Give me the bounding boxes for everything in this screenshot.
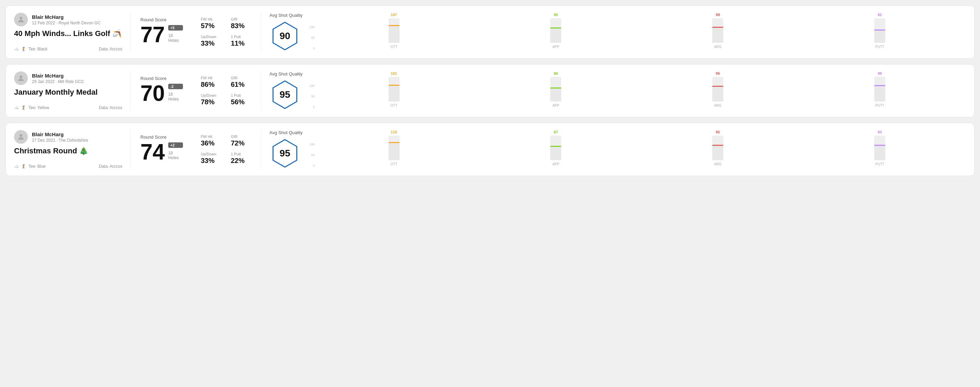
round-card-2: Blair McHarg 29 Jan 2022 · Mill Ride GCC…	[5, 64, 975, 117]
card-footer-1: ☁️ 🏌️ Tee: Black Data: Arccos	[14, 47, 122, 51]
score-label-2: Round Score	[140, 76, 183, 81]
score-number-2: 70	[140, 82, 165, 104]
round-title-2: January Monthly Medal	[14, 88, 122, 97]
user-date-course-3: 27 Dec 2021 · The Oxfordshire	[32, 138, 88, 143]
score-holes-1: 18 Holes	[168, 33, 183, 43]
stat-updown-2: Up/Down 78%	[201, 93, 223, 106]
stat-updown-3: Up/Down 33%	[201, 152, 223, 165]
hexagon-1: 90	[269, 21, 300, 51]
card-quality-1: Avg Shot Quality 90 100 50 0 107	[261, 13, 966, 51]
bar-chart-2: 100 50 0 101 OTT 86 APP	[310, 73, 958, 109]
hexagon-score-1: 90	[279, 30, 290, 41]
tee-label-3: Tee: Blue	[29, 164, 46, 169]
bar-group-putt: 93 PUTT	[802, 130, 958, 166]
weather-icon-2: ☁️	[14, 105, 19, 110]
card-score-2: Round Score 70 -2 18 Holes	[131, 71, 192, 110]
stat-fw-hit-3: FW Hit 36%	[201, 135, 223, 147]
round-card-1: Blair McHarg 12 Feb 2022 · Royal North D…	[5, 5, 975, 59]
tee-info-3: ☁️ 🏌️ Tee: Blue	[14, 164, 46, 169]
bar-group-app: 86 APP	[478, 71, 634, 107]
bag-icon-3: 🏌️	[21, 164, 26, 169]
card-left-3: Blair McHarg 27 Dec 2021 · The Oxfordshi…	[14, 130, 131, 169]
card-quality-3: Avg Shot Quality 95 100 50 0 110	[261, 130, 966, 169]
quality-label-2: Avg Shot Quality	[269, 71, 303, 76]
avatar-3	[14, 130, 28, 144]
score-diff-2: -2	[168, 84, 183, 89]
stat-oneputt-3: 1 Putt 22%	[231, 152, 253, 165]
bar-chart-1: 100 50 0 107 OTT 95 APP	[310, 14, 958, 50]
card-footer-2: ☁️ 🏌️ Tee: Yellow Data: Arccos	[14, 105, 122, 110]
stat-oneputt-1: 1 Putt 11%	[231, 35, 253, 48]
round-title-1: 40 Mph Winds... Links Golf 🪃	[14, 29, 122, 38]
score-number-1: 77	[140, 24, 165, 46]
svg-point-0	[19, 17, 22, 19]
user-name-3: Blair McHarg	[32, 132, 88, 137]
avatar-1	[14, 13, 28, 26]
bar-group-putt: 99 PUTT	[802, 71, 958, 107]
bar-group-arg: 98 ARG	[640, 13, 795, 49]
stat-fw-hit-2: FW Hit 86%	[201, 76, 223, 89]
stat-gir-1: GIR 83%	[231, 17, 253, 30]
stat-oneputt-2: 1 Putt 56%	[231, 93, 253, 106]
card-stats-3: FW Hit 36% GIR 72% Up/Down 33% 1 Putt 22…	[192, 130, 261, 169]
round-card-3: Blair McHarg 27 Dec 2021 · The Oxfordshi…	[5, 123, 975, 176]
bar-group-arg: 95 ARG	[640, 130, 795, 166]
user-date-course-2: 29 Jan 2022 · Mill Ride GCC	[32, 79, 84, 84]
stat-gir-3: GIR 72%	[231, 135, 253, 147]
weather-icon-3: ☁️	[14, 164, 19, 169]
card-left-2: Blair McHarg 29 Jan 2022 · Mill Ride GCC…	[14, 71, 131, 110]
user-name-1: Blair McHarg	[32, 14, 100, 20]
user-info-1: Blair McHarg 12 Feb 2022 · Royal North D…	[14, 13, 122, 26]
data-source-3: Data: Arccos	[99, 164, 122, 169]
tee-info-1: ☁️ 🏌️ Tee: Black	[14, 47, 48, 51]
tee-label-2: Tee: Yellow	[29, 105, 49, 110]
card-stats-2: FW Hit 86% GIR 61% Up/Down 78% 1 Putt 56…	[192, 71, 261, 110]
score-label-3: Round Score	[140, 135, 183, 140]
stats-grid-1: FW Hit 57% GIR 83% Up/Down 33% 1 Putt 11…	[201, 17, 253, 48]
round-title-3: Christmas Round 🎄	[14, 146, 122, 155]
card-quality-2: Avg Shot Quality 95 100 50 0 101	[261, 71, 966, 110]
bar-group-ott: 101 OTT	[316, 71, 472, 107]
card-left-1: Blair McHarg 12 Feb 2022 · Royal North D…	[14, 13, 131, 51]
user-name-2: Blair McHarg	[32, 73, 84, 79]
score-holes-2: 18 Holes	[168, 92, 183, 102]
card-stats-1: FW Hit 57% GIR 83% Up/Down 33% 1 Putt 11…	[192, 13, 261, 51]
hexagon-2: 95	[269, 79, 300, 110]
bar-group-app: 95 APP	[478, 13, 634, 49]
card-score-1: Round Score 77 +5 18 Holes	[131, 13, 192, 51]
bar-group-ott: 107 OTT	[316, 13, 472, 49]
data-source-1: Data: Arccos	[99, 47, 122, 51]
user-date-course-1: 12 Feb 2022 · Royal North Devon GC	[32, 21, 100, 25]
stats-grid-2: FW Hit 86% GIR 61% Up/Down 78% 1 Putt 56…	[201, 76, 253, 106]
card-footer-3: ☁️ 🏌️ Tee: Blue Data: Arccos	[14, 164, 122, 169]
score-diff-3: +2	[168, 143, 183, 148]
user-info-2: Blair McHarg 29 Jan 2022 · Mill Ride GCC	[14, 71, 122, 85]
bar-chart-3: 100 50 0 110 OTT 87 APP	[310, 132, 958, 167]
svg-point-1	[19, 76, 22, 78]
hexagon-score-3: 95	[279, 148, 290, 159]
tee-info-2: ☁️ 🏌️ Tee: Yellow	[14, 105, 49, 110]
stat-gir-2: GIR 61%	[231, 76, 253, 89]
score-holes-3: 18 Holes	[168, 151, 183, 160]
score-diff-1: +5	[168, 25, 183, 30]
data-source-2: Data: Arccos	[99, 105, 122, 110]
stat-updown-1: Up/Down 33%	[201, 35, 223, 48]
quality-label-3: Avg Shot Quality	[269, 130, 303, 135]
card-score-3: Round Score 74 +2 18 Holes	[131, 130, 192, 169]
hexagon-score-2: 95	[279, 89, 290, 100]
bag-icon-1: 🏌️	[21, 47, 26, 51]
bag-icon-2: 🏌️	[21, 105, 26, 110]
avatar-2	[14, 71, 28, 85]
hexagon-3: 95	[269, 138, 300, 169]
bar-group-app: 87 APP	[478, 130, 634, 166]
bar-group-arg: 96 ARG	[640, 71, 795, 107]
score-number-3: 74	[140, 141, 165, 163]
weather-icon-1: ☁️	[14, 47, 19, 51]
stats-grid-3: FW Hit 36% GIR 72% Up/Down 33% 1 Putt 22…	[201, 135, 253, 165]
tee-label-1: Tee: Black	[29, 47, 48, 51]
stat-fw-hit-1: FW Hit 57%	[201, 17, 223, 30]
score-label-1: Round Score	[140, 17, 183, 22]
user-info-3: Blair McHarg 27 Dec 2021 · The Oxfordshi…	[14, 130, 122, 144]
bar-group-putt: 82 PUTT	[802, 13, 958, 49]
svg-point-2	[19, 134, 22, 137]
